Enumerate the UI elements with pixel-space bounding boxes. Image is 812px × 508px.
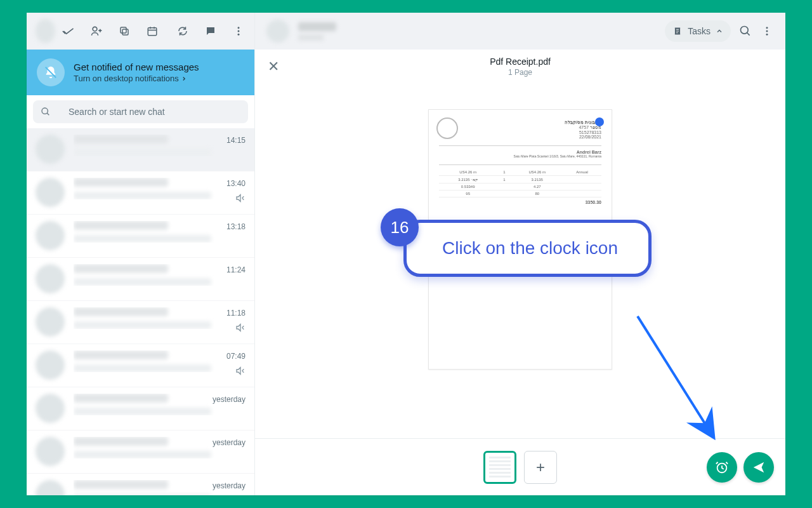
chat-item[interactable]: 11:18 <box>27 301 254 344</box>
sidebar: Get notified of new messages Turn on des… <box>27 13 255 495</box>
bell-off-icon <box>37 58 65 86</box>
svg-point-5 <box>238 30 240 32</box>
close-icon[interactable]: ✕ <box>268 58 283 75</box>
send-icon <box>752 460 766 474</box>
seal-icon <box>436 117 458 139</box>
calendar-icon[interactable] <box>145 24 159 38</box>
chevron-up-icon <box>716 27 723 35</box>
contact-avatar[interactable] <box>266 20 289 43</box>
clipboard-icon <box>672 26 683 36</box>
notification-title: Get notified of new messages <box>74 62 199 72</box>
notification-action[interactable]: Turn on desktop notifications <box>74 74 199 83</box>
chat-item[interactable]: 14:15 <box>27 128 254 171</box>
svg-point-10 <box>766 30 768 32</box>
message-icon[interactable] <box>204 24 218 38</box>
svg-rect-3 <box>148 28 157 36</box>
svg-point-0 <box>93 27 97 31</box>
page-thumbnail[interactable] <box>483 451 516 484</box>
svg-point-7 <box>42 108 48 114</box>
clock-button[interactable] <box>707 452 737 483</box>
menu-icon[interactable] <box>232 24 246 38</box>
svg-point-9 <box>766 27 768 29</box>
preview-filename: Pdf Receipt.pdf <box>255 57 785 67</box>
search-placeholder: Search or start new chat <box>69 107 165 117</box>
new-chat-icon[interactable] <box>89 24 103 38</box>
search-input[interactable]: Search or start new chat <box>33 100 248 123</box>
preview-pages: 1 Page <box>255 68 785 77</box>
chat-item[interactable]: yesterday <box>27 431 254 474</box>
chat-item[interactable]: 11:24 <box>27 258 254 301</box>
svg-point-4 <box>238 27 240 29</box>
sidebar-header <box>27 13 254 50</box>
svg-point-6 <box>238 34 240 36</box>
chat-item[interactable]: 13:40 <box>27 171 254 215</box>
search-icon <box>41 107 51 117</box>
svg-rect-2 <box>121 27 126 33</box>
step-number: 16 <box>381 208 419 246</box>
chat-list: 14:1513:4013:1811:2411:1807:49yesterdayy… <box>27 128 254 495</box>
contact-status <box>298 34 324 41</box>
contact-name <box>298 22 336 31</box>
clock-icon <box>715 460 729 474</box>
preview-top: ✕ Pdf Receipt.pdf 1 Page <box>255 50 785 84</box>
chat-item[interactable]: 13:18 <box>27 215 254 258</box>
chat-menu-icon[interactable] <box>760 24 774 38</box>
self-avatar[interactable] <box>36 19 55 43</box>
notification-banner[interactable]: Get notified of new messages Turn on des… <box>27 50 254 95</box>
preview-footer: + <box>255 438 785 495</box>
send-button[interactable] <box>743 452 774 483</box>
search-chat-icon[interactable] <box>738 24 752 38</box>
search-container: Search or start new chat <box>27 95 254 128</box>
svg-point-11 <box>766 34 768 36</box>
svg-rect-1 <box>122 29 128 35</box>
add-file-button[interactable]: + <box>524 451 557 484</box>
instruction-text: Click on the clock icon <box>403 220 652 277</box>
chat-item[interactable]: yesterday <box>27 387 254 431</box>
chat-item[interactable]: 07:49 <box>27 344 254 387</box>
main-header: Tasks <box>255 13 785 50</box>
tasks-button[interactable]: Tasks <box>665 20 731 42</box>
verified-badge-icon <box>595 117 604 126</box>
chat-item[interactable]: yesterday <box>27 474 254 495</box>
receipt-table: US4.26 m1US4.26 mAnnual3.2135 קמ׳13.2135… <box>439 169 601 197</box>
svg-point-8 <box>741 27 749 34</box>
refresh-icon[interactable] <box>176 24 190 38</box>
status-icon[interactable] <box>62 24 75 38</box>
copy-icon[interactable] <box>117 24 131 38</box>
